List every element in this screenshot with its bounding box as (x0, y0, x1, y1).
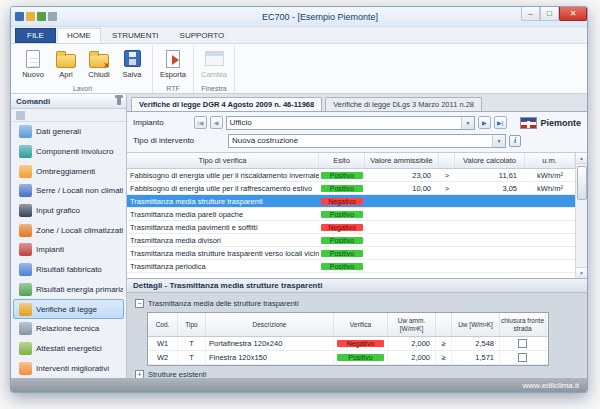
sidebar-item-impianti[interactable]: Impianti (13, 240, 124, 260)
apri-button[interactable]: Apri (51, 47, 81, 79)
salva-button[interactable]: Salva (117, 47, 147, 79)
info-button[interactable]: i (509, 135, 521, 147)
sidebar-item-serre[interactable]: Serre / Locali non climatizzati (13, 181, 124, 201)
table-row[interactable]: Trasmittanza periodica Positivo (127, 260, 575, 273)
tab-home[interactable]: HOME (57, 28, 101, 43)
edilclima-link[interactable]: www.edilclima.it (523, 381, 579, 390)
details-row[interactable]: W1 T Portafinestra 120x240 Negativo 2,00… (148, 337, 548, 351)
tab-strumenti[interactable]: STRUMENTI (102, 28, 169, 43)
document-tab-bar: Verifiche di legge DGR 4 Agosto 2009 n. … (127, 94, 587, 112)
details-table-header: Cod. Tipo Descrizione Verifica Uw amm. [… (148, 313, 548, 337)
tab-verifiche-dlgs[interactable]: Verifiche di legge DLgs 3 Marzo 2011 n.2… (325, 97, 482, 111)
table-header: Tipo di verifica Esito Valore ammissibil… (127, 153, 575, 169)
esporta-label: Esporta (160, 70, 186, 79)
scroll-up-icon[interactable]: ▲ (576, 153, 588, 164)
table-row[interactable]: Trasmittanza media divisori Positivo (127, 234, 575, 247)
col-cod: Cod. (148, 313, 178, 336)
sidebar-item-label: Serre / Locali non climatizzati (36, 186, 124, 195)
record-first-button[interactable]: |◀ (194, 116, 207, 129)
group-label-rtf: RTF (158, 84, 188, 93)
envelope-components-icon (19, 145, 32, 158)
close-button[interactable]: ✕ (559, 7, 587, 21)
chevron-down-icon: ▼ (492, 135, 505, 147)
sidebar-toolbar (11, 109, 126, 122)
col-descrizione: Descrizione (206, 313, 334, 336)
tipo-intervento-select[interactable]: Nuova costruzione ▼ (228, 134, 506, 148)
scrollbar-thumb[interactable] (577, 166, 587, 200)
pin-icon[interactable] (117, 97, 121, 105)
col-uw-amm: Uw amm. [W/m²K] (388, 313, 436, 336)
record-prev-button[interactable]: ◀ (210, 116, 223, 129)
tab-verifiche-dgr[interactable]: Verifiche di legge DGR 4 Agosto 2009 n. … (131, 97, 322, 111)
record-last-button[interactable]: ▶| (494, 116, 507, 129)
tab-file[interactable]: FILE (15, 28, 56, 43)
sidebar-item-verifiche-di-legge[interactable]: Verifiche di legge (13, 299, 124, 319)
controls-panel: Impianto |◀ ◀ Ufficio ▼ ▶ ▶| Piemonte T (127, 112, 587, 153)
status-badge: Negativo (321, 198, 363, 205)
customize-toolbar-icon[interactable] (48, 12, 57, 21)
sidebar-item-relazione-tecnica[interactable]: Relazione tecnica (13, 319, 124, 339)
sidebar-item-attestati-energetici[interactable]: Attestati energetici (13, 339, 124, 359)
greenhouse-icon (19, 184, 32, 197)
content-area: Verifiche di legge DGR 4 Agosto 2009 n. … (127, 94, 587, 378)
col-verifica: Verifica (334, 313, 388, 336)
status-badge: Positivo (321, 185, 363, 192)
status-badge: Positivo (337, 354, 384, 361)
sidebar-item-label: Impianti (36, 245, 64, 254)
collapse-icon[interactable]: − (135, 299, 144, 308)
export-icon (166, 50, 180, 68)
chevron-down-icon: ▼ (461, 117, 474, 129)
table-row[interactable]: Fabbisogno di energia utile per il raffr… (127, 182, 575, 195)
sidebar-item-componenti-involucro[interactable]: Componenti involucro (13, 142, 124, 162)
tab-supporto[interactable]: SUPPORTO (170, 28, 235, 43)
sidebar-item-interventi-migliorativi[interactable]: Interventi migliorativi (13, 358, 124, 378)
table-row-selected[interactable]: Trasmittanza media strutture trasparenti… (127, 195, 575, 208)
table-row[interactable]: Trasmittanza media pareti opache Positiv… (127, 208, 575, 221)
col-chiusura-fronte-strada: chiusura fronte strada (500, 313, 546, 336)
col-tipo: Tipo (178, 313, 206, 336)
col-tipo-di-verifica: Tipo di verifica (127, 153, 319, 168)
main-area: Comandi Dati generali Componenti involuc… (11, 94, 587, 378)
technical-report-icon (19, 322, 32, 335)
details-group-header[interactable]: − Trasmittanza media delle strutture tra… (135, 297, 579, 309)
undo-icon[interactable] (37, 12, 46, 21)
impianto-select[interactable]: Ufficio ▼ (226, 116, 475, 130)
app-window: EC700 - [Esempio Piemonte] – □ ✕ FILE HO… (10, 6, 588, 393)
save-quick-icon[interactable] (26, 12, 35, 21)
nav-prev-icon: ◀ (214, 119, 219, 126)
esporta-button[interactable]: Esporta (158, 47, 188, 79)
save-icon (124, 50, 141, 67)
salva-label: Salva (123, 70, 142, 79)
table-row[interactable]: Trasmittanza media pavimenti e soffitti … (127, 221, 575, 234)
chiudi-button[interactable]: Chiudi (84, 47, 114, 79)
sidebar-item-risultati-energia[interactable]: Risultati energia primaria (13, 280, 124, 300)
sidebar-tool-icon[interactable] (16, 111, 25, 120)
info-icon: i (514, 136, 516, 145)
scroll-down-icon[interactable]: ▼ (576, 267, 588, 278)
app-icon (15, 12, 24, 21)
nuovo-button[interactable]: Nuovo (18, 47, 48, 79)
col-cmp (436, 313, 452, 336)
chiusura-checkbox[interactable] (518, 339, 527, 348)
vertical-scrollbar[interactable]: ▲ ▼ (575, 153, 587, 278)
cambia-button[interactable]: Cambia (199, 47, 229, 79)
minimize-button[interactable]: – (521, 7, 540, 21)
table-row[interactable]: Fabbisogno di energia utile per il risca… (127, 169, 575, 182)
sidebar-title: Comandi (16, 97, 50, 106)
verifiche-table: Tipo di verifica Esito Valore ammissibil… (127, 153, 587, 279)
sidebar-item-zone[interactable]: Zone / Locali climatizzati (13, 220, 124, 240)
sidebar-item-risultati-fabbricato[interactable]: Risultati fabbricato (13, 260, 124, 280)
sidebar-item-label: Componenti involucro (36, 147, 113, 156)
sidebar-item-dati-generali[interactable]: Dati generali (13, 122, 124, 142)
sidebar-item-input-grafico[interactable]: Input grafico (13, 201, 124, 221)
table-row[interactable]: Trasmittanza media strutture trasparenti… (127, 247, 575, 260)
sidebar-item-ombreggiamenti[interactable]: Ombreggiamenti (13, 161, 124, 181)
window-switch-icon (205, 51, 224, 66)
chiusura-checkbox[interactable] (518, 353, 527, 362)
details-row[interactable]: W2 T Finestra 120x150 Positivo 2,000 ≥ 1… (148, 351, 548, 365)
nav-first-icon: |◀ (197, 119, 203, 126)
maximize-button[interactable]: □ (540, 7, 559, 21)
status-badge: Positivo (321, 250, 363, 257)
record-next-button[interactable]: ▶ (478, 116, 491, 129)
window-controls: – □ ✕ (521, 7, 587, 21)
